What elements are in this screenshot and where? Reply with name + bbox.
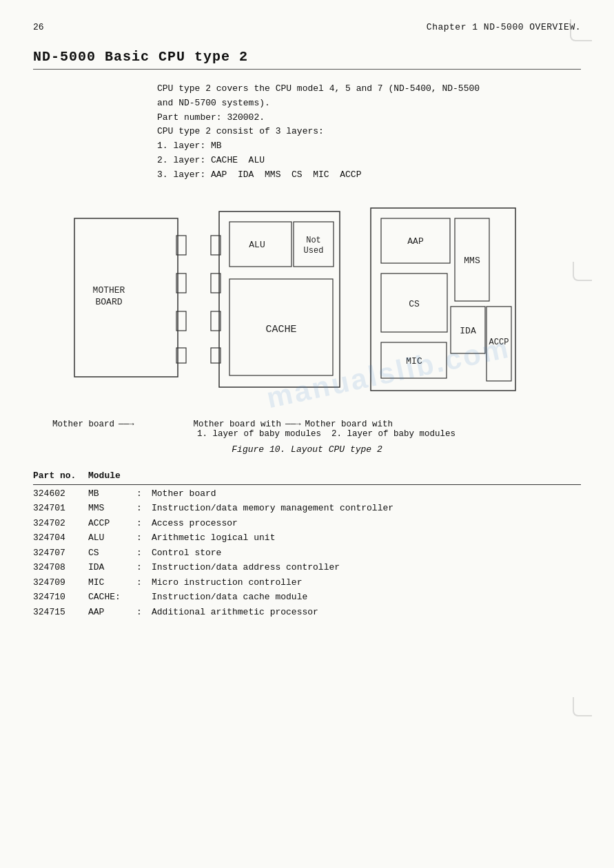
parts-table-header: Part no. Module	[33, 468, 581, 485]
sep-2: :	[136, 501, 152, 515]
partno-324704: 324704	[33, 530, 88, 545]
module-mic: MIC	[88, 575, 136, 590]
caption-arrow-2: ——→	[285, 420, 301, 429]
partno-324715: 324715	[33, 605, 88, 619]
notused-label-2: Used	[304, 246, 324, 256]
parts-table: Part no. Module 324602 MB : Mother board…	[33, 468, 581, 619]
partno-324602: 324602	[33, 486, 88, 501]
module-mb: MB	[88, 486, 136, 501]
alu-label: ALU	[249, 240, 265, 250]
module-alu: ALU	[88, 530, 136, 545]
mic-label: MIC	[406, 356, 422, 366]
motherboard-label-line2: BOARD	[95, 297, 122, 307]
desc-accp: Access processor	[152, 516, 581, 530]
partno-324710: 324710	[33, 590, 88, 604]
intro-line-2: and ND-5700 systems).	[157, 96, 581, 111]
module-aap: AAP	[88, 605, 136, 619]
sep-6: :	[136, 560, 152, 575]
intro-line-4: CPU type 2 consist of 3 layers:	[157, 125, 581, 139]
sep-1: :	[136, 486, 152, 501]
sep-7: :	[136, 575, 152, 590]
figure-caption: Figure 10. Layout CPU type 2	[33, 444, 581, 455]
desc-mb: Mother board	[152, 486, 581, 501]
module-accp: ACCP	[88, 516, 136, 530]
header-partno: Part no.	[33, 468, 88, 483]
aap-label: AAP	[407, 236, 424, 247]
table-row: 324715 AAP : Additional arithmetic proce…	[33, 605, 581, 619]
desc-aap: Additional arithmetic processor	[152, 605, 581, 619]
page: 26 Chapter 1 ND-5000 OVERVIEW. ND-5000 B…	[0, 0, 614, 868]
sep-3: :	[136, 516, 152, 530]
caption-arrow-1: ——→	[119, 420, 134, 429]
module-cache: CACHE:	[88, 590, 136, 604]
partno-324709: 324709	[33, 575, 88, 590]
sep-8	[136, 590, 152, 604]
cache-label: CACHE	[265, 324, 296, 335]
intro-text: CPU type 2 covers the CPU model 4, 5 and…	[157, 82, 581, 183]
intro-line-7: 3. layer: AAP IDA MMS CS MIC ACCP	[157, 168, 581, 183]
partno-324702: 324702	[33, 516, 88, 530]
svg-rect-5	[219, 211, 340, 387]
desc-ida: Instruction/data address controller	[152, 560, 581, 575]
sep-5: :	[136, 546, 152, 560]
svg-rect-0	[74, 218, 178, 377]
caption-row-1: Mother board ——→ Mother board with ——→ M…	[33, 420, 581, 429]
desc-mic: Micro instruction controller	[152, 575, 581, 590]
cpu-diagram: MOTHER BOARD ALU Not Used CACHE AAP	[54, 198, 591, 411]
table-row: 324701 MMS : Instruction/data memory man…	[33, 501, 581, 515]
svg-rect-13	[371, 208, 515, 391]
caption-label-motherboard: Mother board	[52, 420, 114, 429]
table-row: 324702 ACCP : Access processor	[33, 516, 581, 530]
mms-label: MMS	[464, 256, 480, 266]
module-cs: CS	[88, 546, 136, 560]
page-number: 26	[33, 22, 44, 32]
title-divider	[33, 69, 581, 70]
desc-cs: Control store	[152, 546, 581, 560]
table-row: 324707 CS : Control store	[33, 546, 581, 560]
caption-label-layer2: Mother board with	[305, 420, 393, 429]
partno-324707: 324707	[33, 546, 88, 560]
caption-layer-desc: 1. layer of baby modules 2. layer of bab…	[197, 429, 456, 439]
intro-line-1: CPU type 2 covers the CPU model 4, 5 and…	[157, 82, 581, 96]
desc-cache: Instruction/data cache module	[152, 590, 581, 604]
desc-mms: Instruction/data memory management contr…	[152, 501, 581, 515]
page-curl-bot	[573, 697, 592, 716]
page-curl-top	[570, 19, 592, 41]
chapter-title: Chapter 1 ND-5000 OVERVIEW.	[427, 22, 581, 32]
accp-label: ACCP	[489, 338, 509, 347]
sep-9: :	[136, 605, 152, 619]
caption-label-layer1: Mother board with	[194, 420, 282, 429]
intro-line-6: 2. layer: CACHE ALU	[157, 154, 581, 168]
partno-324708: 324708	[33, 560, 88, 575]
table-row: 324708 IDA : Instruction/data address co…	[33, 560, 581, 575]
motherboard-label-line1: MOTHER	[93, 285, 125, 296]
section-title: ND-5000 Basic CPU type 2	[33, 49, 581, 65]
cs-label: CS	[409, 299, 420, 309]
table-row: 324710 CACHE: Instruction/data cache mod…	[33, 590, 581, 604]
partno-324701: 324701	[33, 501, 88, 515]
module-ida: IDA	[88, 560, 136, 575]
sep-4: :	[136, 530, 152, 545]
intro-line-5: 1. layer: MB	[157, 139, 581, 154]
page-curl-mid	[573, 262, 592, 281]
module-mms: MMS	[88, 501, 136, 515]
intro-line-3: Part number: 320002.	[157, 111, 581, 125]
notused-label-1: Not	[306, 236, 321, 245]
page-header: 26 Chapter 1 ND-5000 OVERVIEW.	[33, 22, 581, 32]
ida-label: IDA	[460, 326, 476, 336]
diagram-area: MOTHER BOARD ALU Not Used CACHE AAP	[33, 198, 581, 411]
table-row: 324709 MIC : Micro instruction controlle…	[33, 575, 581, 590]
table-row: 324704 ALU : Arithmetic logical unit	[33, 530, 581, 545]
header-module: Module	[88, 468, 136, 483]
caption-row-2: 1. layer of baby modules 2. layer of bab…	[178, 429, 581, 439]
table-row: 324602 MB : Mother board	[33, 486, 581, 501]
desc-alu: Arithmetic logical unit	[152, 530, 581, 545]
